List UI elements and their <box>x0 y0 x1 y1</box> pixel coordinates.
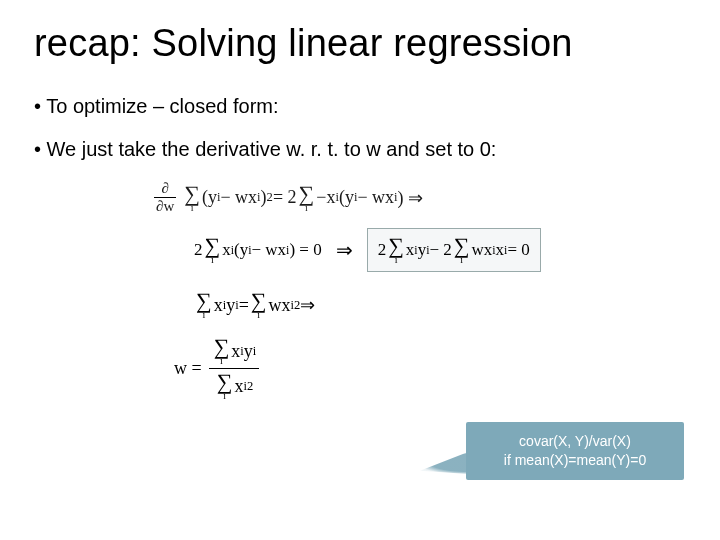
sum-sub: i <box>305 203 308 213</box>
eq3-l2: y <box>226 295 235 316</box>
equation-simplify: ∑ i xi yi = ∑ i wxi2 ⇒ <box>194 290 686 320</box>
sum-sub: i <box>460 255 463 265</box>
eq2-b1: x <box>222 240 231 260</box>
implies-arrow: ⇒ <box>336 238 353 262</box>
eq3-l1: x <box>214 295 223 316</box>
sum-sub: i <box>202 310 205 320</box>
eq2-left: 2 <box>194 240 203 260</box>
eq2-b2: (y <box>234 240 248 260</box>
eq2-b4: ) = 0 <box>289 240 321 260</box>
callout-line1: covar(X, Y)/var(X) <box>474 432 676 451</box>
bullet-2: • We just take the derivative w. r. t. t… <box>34 138 686 161</box>
partial-den: ∂w <box>154 197 176 214</box>
partial-num: ∂ <box>159 181 170 197</box>
sum-sub: i <box>257 310 260 320</box>
eq2-b3: − wx <box>251 240 286 260</box>
sub-i: i <box>253 344 257 359</box>
eq3-eq: = <box>239 295 249 316</box>
sum-sub: i <box>223 391 226 401</box>
math-area: ∂ ∂w ∑ i (yi − wxi )2 = 2 ∑ i −xi (yi − … <box>34 181 686 403</box>
eq4-den1: x <box>234 376 243 397</box>
box-m1: x <box>406 240 415 260</box>
eq1-rhs2: (y <box>339 187 354 208</box>
box-m4: x <box>496 240 505 260</box>
equation-solution: w = ∑ i xi yi ∑ i xi2 <box>174 334 686 403</box>
slide-title: recap: Solving linear regression <box>34 22 686 65</box>
box-end: = 0 <box>507 240 529 260</box>
bullet-1: • To optimize – closed form: <box>34 95 686 118</box>
eq1-rhs4: ) ⇒ <box>398 187 424 209</box>
sup-2: 2 <box>247 379 253 394</box>
eq3-r1: wx <box>269 295 291 316</box>
eq4-num2: y <box>244 341 253 362</box>
box-m3: wx <box>472 240 493 260</box>
eq1-lhs: (y <box>202 187 217 208</box>
callout-line2: if mean(X)=mean(Y)=0 <box>474 451 676 470</box>
eq3-arrow: ⇒ <box>300 294 315 316</box>
callout-box: covar(X, Y)/var(X) if mean(X)=mean(Y)=0 <box>466 422 684 480</box>
eq4-num1: x <box>231 341 240 362</box>
eq1-eq: = 2 <box>273 187 297 208</box>
equation-expand: 2 ∑ i xi (yi − wxi ) = 0 ⇒ 2 ∑ i xi yi <box>194 228 686 272</box>
eq1-rhs1: −x <box>316 187 335 208</box>
box-l: 2 <box>378 240 387 260</box>
box-minus: − 2 <box>429 240 451 260</box>
box-m2: y <box>418 240 427 260</box>
equation-derivative: ∂ ∂w ∑ i (yi − wxi )2 = 2 ∑ i −xi (yi − … <box>154 181 686 214</box>
sum-sub: i <box>395 255 398 265</box>
eq1-lhs2: − wx <box>220 187 257 208</box>
eq4-w: w = <box>174 358 202 379</box>
boxed-equation: 2 ∑ i xi yi − 2 ∑ i wxi xi = 0 <box>367 228 541 272</box>
eq1-rhs3: − wx <box>357 187 394 208</box>
sum-sub: i <box>220 356 223 366</box>
sum-sub: i <box>191 203 194 213</box>
sum-sub: i <box>211 255 214 265</box>
